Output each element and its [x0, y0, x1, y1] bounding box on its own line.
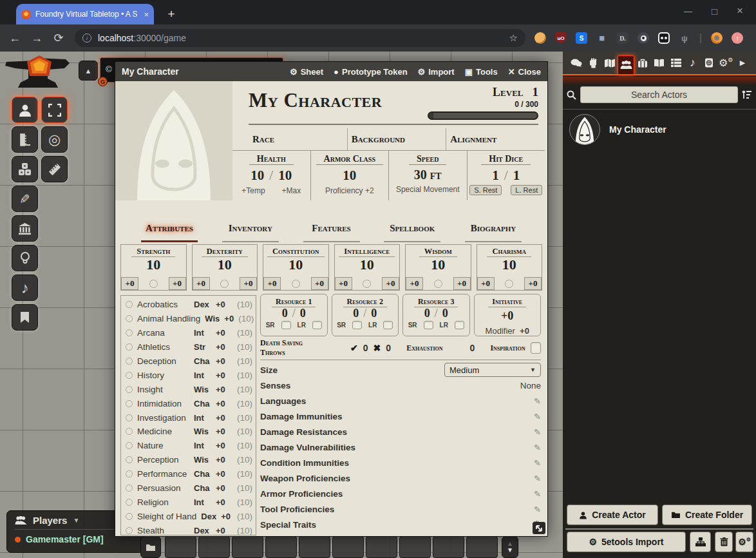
- sr-checkbox[interactable]: [281, 321, 291, 329]
- skill-row[interactable]: Insight Wis +0 (10): [126, 382, 252, 396]
- edit-icon[interactable]: ✎: [534, 489, 541, 499]
- hp-current[interactable]: 10: [250, 168, 264, 183]
- death-success-count[interactable]: 0: [363, 343, 368, 353]
- save-proficiency-toggle[interactable]: [363, 280, 371, 288]
- players-collapse-icon[interactable]: ▼: [73, 517, 79, 524]
- skill-proficiency-toggle[interactable]: [126, 343, 133, 351]
- lighting-controls-button[interactable]: [12, 245, 38, 271]
- skill-name[interactable]: Investigation: [137, 413, 189, 423]
- ability-save[interactable]: +0: [240, 277, 257, 290]
- skill-row[interactable]: Investigation Int +0 (10): [126, 410, 252, 425]
- d-extension-icon[interactable]: D.: [617, 32, 628, 44]
- ability-save[interactable]: +0: [524, 277, 542, 290]
- ability-save[interactable]: +0: [453, 277, 471, 290]
- death-failure-icon[interactable]: ✖: [373, 343, 381, 353]
- race-field[interactable]: Race: [249, 128, 347, 150]
- sounds-controls-button[interactable]: ♪: [12, 274, 38, 301]
- death-success-icon[interactable]: ✔: [350, 343, 358, 353]
- resource-block[interactable]: Resource 2 0/0 SR LR: [332, 294, 399, 336]
- save-proficiency-toggle[interactable]: [149, 280, 158, 288]
- size-select[interactable]: Medium ▼: [444, 363, 541, 377]
- drawing-controls-button[interactable]: ✎: [12, 186, 38, 212]
- macro-slot[interactable]: [399, 536, 431, 558]
- browser-update-button[interactable]: ↑: [732, 32, 743, 44]
- 5etools-import-button[interactable]: ⚙ 5etools Import: [567, 532, 686, 552]
- actor-name[interactable]: My Character: [609, 124, 666, 135]
- short-rest-button[interactable]: S. Rest: [469, 185, 502, 195]
- create-actor-button[interactable]: Create Actor: [567, 505, 658, 525]
- delete-button[interactable]: [715, 532, 733, 552]
- hp-max[interactable]: 10: [278, 168, 292, 183]
- lr-checkbox[interactable]: [383, 321, 393, 329]
- sheet-config-button[interactable]: ⚙Sheet: [290, 67, 323, 77]
- initiative-modifier[interactable]: +0: [520, 326, 529, 336]
- macro-slot[interactable]: [366, 536, 397, 558]
- resource-title[interactable]: Resource 3: [414, 297, 458, 307]
- armor-class-stat[interactable]: Armor Class 10 Proficiency +2: [310, 151, 389, 200]
- resource-current[interactable]: 0: [424, 307, 430, 320]
- s-extension-icon[interactable]: S: [576, 32, 587, 44]
- tab-playlists[interactable]: ♪: [685, 55, 701, 71]
- macro-slot[interactable]: [265, 536, 297, 558]
- edit-icon[interactable]: ✎: [534, 427, 541, 437]
- skill-row[interactable]: Acrobatics Dex +0 (10): [126, 298, 252, 312]
- hotbar-page-up-icon[interactable]: ▲: [507, 541, 513, 547]
- skill-row[interactable]: Performance Cha +0 (10): [126, 467, 252, 481]
- target-tool-button[interactable]: ◎: [41, 126, 68, 153]
- death-failure-count[interactable]: 0: [386, 343, 391, 353]
- exhaustion-value[interactable]: 0: [470, 343, 475, 353]
- macro-folder-button[interactable]: [140, 536, 161, 558]
- tab-tables[interactable]: [668, 55, 685, 71]
- window-resize-handle[interactable]: [533, 522, 545, 534]
- actor-list-item[interactable]: My Character: [563, 111, 756, 148]
- save-proficiency-toggle[interactable]: [434, 280, 442, 288]
- macro-slot[interactable]: [198, 536, 230, 558]
- skill-proficiency-toggle[interactable]: [126, 499, 133, 506]
- tab-settings[interactable]: ⚙⚙: [717, 55, 734, 71]
- configure-button[interactable]: ⚙⚙: [735, 532, 753, 552]
- game-canvas[interactable]: ▲ © New Scene G ◎ ✎ ♪ Players: [0, 52, 756, 558]
- window-titlebar[interactable]: My Character ⚙Sheet ●Prototype Token ⚙Im…: [115, 62, 547, 81]
- skill-name[interactable]: Acrobatics: [137, 300, 189, 309]
- tab-inventory[interactable]: Inventory: [222, 223, 279, 242]
- ability-score[interactable]: 10: [121, 257, 186, 273]
- window-minimize-icon[interactable]: —: [684, 6, 692, 16]
- skill-name[interactable]: Persuasion: [137, 483, 189, 493]
- skill-row[interactable]: History Int +0 (10): [126, 368, 252, 382]
- ability-mod[interactable]: +0: [263, 277, 281, 290]
- tab-attributes[interactable]: Attributes: [141, 223, 198, 242]
- walls-controls-button[interactable]: [12, 215, 38, 242]
- grid-extension-icon[interactable]: ▦: [596, 32, 608, 44]
- health-stat[interactable]: Health 10/10 +Temp+Max: [232, 151, 310, 200]
- macro-slot[interactable]: [232, 536, 263, 558]
- skill-proficiency-toggle[interactable]: [126, 414, 133, 421]
- skill-row[interactable]: Perception Wis +0 (10): [126, 453, 252, 467]
- macro-slot[interactable]: [433, 536, 464, 558]
- skill-name[interactable]: Arcana: [137, 328, 189, 338]
- sr-checkbox[interactable]: [424, 321, 433, 329]
- ability-mod[interactable]: +0: [335, 277, 352, 290]
- ability-save[interactable]: +0: [382, 277, 399, 290]
- close-window-button[interactable]: ✕Close: [508, 67, 541, 77]
- initiative-value[interactable]: +0: [475, 309, 541, 323]
- lr-checkbox[interactable]: [455, 321, 464, 329]
- notes-controls-button[interactable]: [12, 304, 38, 331]
- new-tab-button[interactable]: +: [162, 5, 180, 23]
- tab-actors[interactable]: [618, 55, 634, 75]
- eye-extension-icon[interactable]: [638, 32, 649, 44]
- skill-row[interactable]: Animal Handling Wis +0 (10): [126, 312, 252, 326]
- skill-name[interactable]: Medicine: [137, 427, 189, 436]
- edit-icon[interactable]: ✎: [534, 396, 541, 406]
- address-bar[interactable]: i localhost:30000/game ☆: [75, 29, 525, 47]
- nav-collapse-button[interactable]: ▲: [79, 61, 98, 81]
- forward-button[interactable]: →: [26, 32, 48, 45]
- token-controls-button[interactable]: [12, 97, 38, 123]
- skill-name[interactable]: Perception: [137, 455, 189, 465]
- tab-spellbook[interactable]: Spellbook: [384, 223, 440, 242]
- skill-row[interactable]: Intimidation Cha +0 (10): [126, 396, 252, 410]
- skill-proficiency-toggle[interactable]: [126, 372, 133, 379]
- tab-combat[interactable]: [585, 55, 601, 71]
- skill-name[interactable]: Performance: [137, 469, 189, 479]
- edit-icon[interactable]: ✎: [534, 443, 541, 452]
- select-tool-button[interactable]: [41, 97, 68, 123]
